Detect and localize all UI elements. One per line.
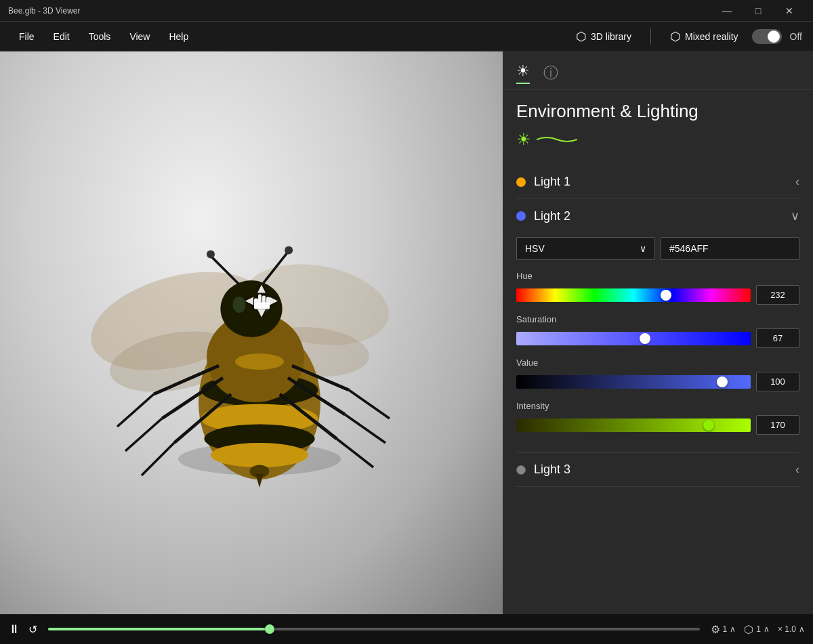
- light-3-name: Light 3: [534, 463, 570, 477]
- svg-line-21: [125, 418, 162, 451]
- menu-view[interactable]: View: [121, 27, 158, 46]
- svg-point-15: [207, 250, 215, 258]
- menu-tools[interactable]: Tools: [81, 27, 119, 46]
- svg-marker-32: [255, 473, 264, 487]
- saturation-slider-row: Saturation: [516, 314, 799, 348]
- scene-counter[interactable]: ⬡ 1 ∧: [744, 623, 770, 636]
- mixed-reality-button[interactable]: ⬡ Mixed reality: [665, 26, 744, 47]
- light-1-dot: [516, 177, 526, 187]
- close-button[interactable]: ✕: [774, 0, 805, 22]
- speed-label: × 1.0: [778, 624, 796, 634]
- svg-line-19: [117, 394, 154, 427]
- svg-point-12: [232, 297, 245, 313]
- svg-line-25: [349, 390, 390, 418]
- light-2-dot: [516, 211, 526, 221]
- menu-separator: [650, 28, 651, 45]
- pause-button[interactable]: ⏸: [8, 622, 20, 637]
- svg-line-29: [337, 439, 373, 467]
- hue-slider-row: Hue: [516, 271, 799, 305]
- light-1-row[interactable]: Light 1 ‹: [516, 165, 799, 199]
- bee-model: [48, 150, 455, 516]
- light-3-left: Light 3: [516, 463, 570, 477]
- intensity-slider-row: Intensity: [516, 401, 799, 435]
- value-label: Value: [516, 358, 799, 368]
- light-2-section: Light 2 ∨ HSV ∨ #546AFF: [516, 199, 799, 453]
- svg-point-13: [257, 297, 270, 313]
- sun-decoration-icon: ☀: [516, 130, 531, 149]
- panel-decoration: ☀: [516, 130, 799, 149]
- svg-line-27: [345, 414, 385, 443]
- svg-point-9: [211, 443, 308, 467]
- saturation-thumb[interactable]: [640, 333, 650, 344]
- minimize-button[interactable]: —: [711, 0, 743, 22]
- hue-value[interactable]: [756, 285, 799, 305]
- light-1-left: Light 1: [516, 175, 570, 189]
- sun-icon: ☀: [516, 62, 530, 80]
- menu-items: File Edit Tools View Help: [11, 27, 570, 46]
- window-controls: — □ ✕: [711, 0, 805, 22]
- window-title: Bee.glb - 3D Viewer: [8, 6, 81, 16]
- panel-header: ☀ ⓘ: [503, 51, 813, 90]
- scene-icon: ⬡: [744, 623, 753, 636]
- toggle-state-label: Off: [790, 31, 802, 42]
- animation-chevron: ∧: [730, 624, 736, 634]
- playback-bar: ⏸ ↺ ⚙ 1 ∧ ⬡ 1 ∧ × 1.0 ∧: [0, 614, 813, 644]
- light-2-row[interactable]: Light 2 ∨: [516, 199, 799, 229]
- refresh-button[interactable]: ↺: [28, 623, 37, 636]
- light-3-row[interactable]: Light 3 ‹: [516, 453, 799, 487]
- svg-point-17: [285, 246, 293, 254]
- menu-edit[interactable]: Edit: [45, 27, 78, 46]
- right-panel: ☀ ⓘ Environment & Lighting ☀ Light 1: [503, 51, 813, 614]
- panel-title: Environment & Lighting: [516, 101, 799, 122]
- toggle-knob: [768, 30, 780, 43]
- tab-info[interactable]: ⓘ: [541, 63, 561, 83]
- value-thumb[interactable]: [717, 377, 728, 387]
- value-track[interactable]: [516, 375, 751, 389]
- 3d-library-button[interactable]: ⬡ 3D library: [570, 26, 637, 47]
- progress-track[interactable]: [48, 628, 700, 630]
- saturation-track[interactable]: [516, 332, 751, 345]
- color-mode-value: HSV: [525, 243, 545, 254]
- saturation-value[interactable]: [756, 328, 799, 348]
- saturation-label: Saturation: [516, 314, 799, 324]
- menu-bar: File Edit Tools View Help ⬡ 3D library ⬡…: [0, 22, 813, 51]
- light-1-chevron: ‹: [795, 175, 799, 189]
- hue-thumb[interactable]: [661, 290, 671, 301]
- speed-chevron: ∧: [799, 624, 805, 634]
- tab-underline: [516, 83, 530, 84]
- mixed-reality-toggle[interactable]: [752, 29, 782, 44]
- value-value[interactable]: [756, 372, 799, 391]
- color-mode-row: HSV ∨ #546AFF: [516, 237, 799, 260]
- intensity-thumb[interactable]: [703, 420, 714, 431]
- light-2-chevron: ∨: [791, 209, 799, 223]
- maximize-button[interactable]: □: [743, 0, 774, 22]
- color-mode-select[interactable]: HSV ∨: [516, 237, 655, 260]
- hue-control: [516, 285, 799, 305]
- tab-lighting[interactable]: ☀: [516, 62, 530, 84]
- intensity-track[interactable]: [516, 418, 751, 432]
- 3d-library-icon: ⬡: [576, 29, 587, 44]
- menu-file[interactable]: File: [11, 27, 43, 46]
- intensity-control: [516, 415, 799, 435]
- speed-control[interactable]: × 1.0 ∧: [778, 624, 805, 634]
- animation-counter[interactable]: ⚙ 1 ∧: [711, 623, 736, 636]
- menu-help[interactable]: Help: [161, 27, 196, 46]
- saturation-control: [516, 328, 799, 348]
- viewport[interactable]: [0, 51, 503, 614]
- color-hex-input[interactable]: #546AFF: [661, 237, 799, 260]
- svg-point-30: [235, 353, 284, 370]
- wave-decoration: [537, 134, 577, 145]
- progress-thumb[interactable]: [265, 624, 274, 634]
- scene-count: 1: [756, 624, 761, 634]
- main-area: ☀ ⓘ Environment & Lighting ☀ Light 1: [0, 51, 813, 614]
- svg-line-23: [142, 443, 174, 475]
- intensity-value[interactable]: [756, 415, 799, 435]
- bee-container: [0, 51, 503, 614]
- lights-section: Light 1 ‹ Light 2 ∨: [503, 160, 813, 492]
- hue-track[interactable]: [516, 288, 751, 302]
- color-mode-chevron: ∨: [640, 243, 646, 254]
- scene-chevron: ∧: [764, 624, 770, 634]
- light-3-dot: [516, 465, 526, 475]
- playback-right: ⚙ 1 ∧ ⬡ 1 ∧ × 1.0 ∧: [711, 623, 805, 636]
- light-1-name: Light 1: [534, 175, 570, 189]
